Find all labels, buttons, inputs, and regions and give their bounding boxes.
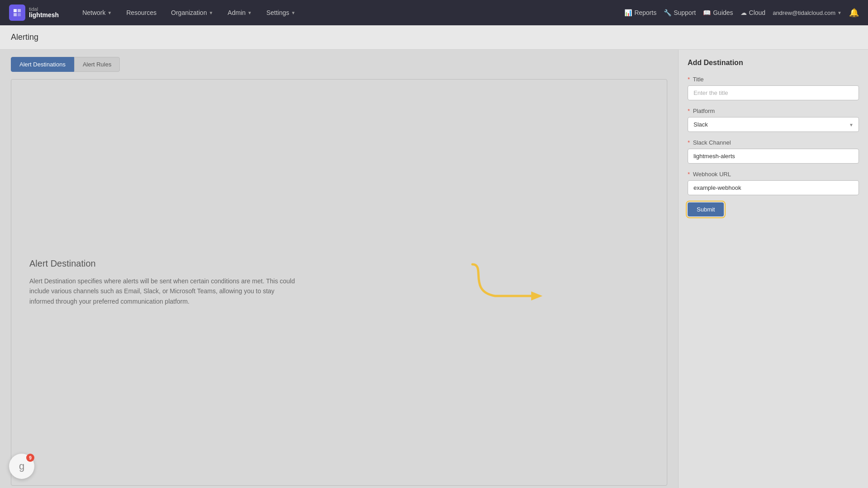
grunticon-letter: g: [19, 460, 24, 472]
svg-marker-4: [531, 291, 542, 300]
svg-rect-2: [14, 13, 17, 16]
main-layout: Alert Destinations Alert Rules Alert Des…: [0, 50, 868, 488]
nav-item-resources[interactable]: Resources: [120, 5, 163, 20]
svg-rect-1: [18, 9, 21, 12]
left-panel: Alert Destinations Alert Rules Alert Des…: [0, 50, 678, 488]
logo-text: tidal lightmesh: [29, 6, 59, 19]
bell-icon[interactable]: 🔔: [849, 8, 859, 18]
webhook-url-label: * Webhook URL: [688, 171, 859, 178]
logo-icon: [9, 5, 25, 21]
empty-state-title: Alert Destination: [29, 258, 301, 269]
arrow-annotation: [459, 255, 549, 311]
form-group-title: * Title: [688, 76, 859, 100]
form-group-platform: * Platform Slack Email Microsoft Teams: [688, 108, 859, 132]
title-label: * Title: [688, 76, 859, 83]
chart-icon: 📊: [624, 9, 632, 16]
svg-rect-3: [18, 13, 21, 16]
slack-channel-label: * Slack Channel: [688, 139, 859, 146]
form-group-slack-channel: * Slack Channel: [688, 139, 859, 164]
nav-guides[interactable]: 📖 Guides: [703, 9, 733, 16]
svg-rect-0: [14, 9, 17, 12]
nav-item-admin[interactable]: Admin ▼: [222, 5, 259, 20]
nav-item-organization[interactable]: Organization ▼: [165, 5, 219, 20]
chevron-down-icon: ▼: [209, 10, 213, 15]
grunticon-badge: 9: [26, 454, 34, 462]
nav-reports[interactable]: 📊 Reports: [624, 9, 656, 16]
empty-state: Alert Destination Alert Destination spec…: [29, 258, 301, 306]
page-header: Alerting: [0, 25, 868, 50]
nav-support[interactable]: 🔧 Support: [664, 9, 696, 16]
chevron-down-icon: ▼: [107, 10, 112, 15]
tab-alert-rules[interactable]: Alert Rules: [74, 57, 120, 72]
page-title: Alerting: [11, 33, 857, 42]
chevron-down-icon: ▼: [837, 10, 842, 15]
tab-alert-destinations[interactable]: Alert Destinations: [11, 57, 74, 72]
panel-title: Add Destination: [688, 59, 859, 67]
logo-lightmesh-label: lightmesh: [29, 12, 59, 19]
chevron-down-icon: ▼: [291, 10, 296, 15]
nav-cloud[interactable]: ☁ Cloud: [741, 9, 766, 16]
navbar: tidal lightmesh Network ▼ Resources Orga…: [0, 0, 868, 25]
user-email[interactable]: andrew@tidalcloud.com ▼: [773, 9, 842, 16]
platform-select[interactable]: Slack Email Microsoft Teams: [688, 117, 859, 132]
title-input[interactable]: [688, 85, 859, 100]
nav-right: 📊 Reports 🔧 Support 📖 Guides ☁ Cloud and…: [624, 8, 859, 18]
nav-item-settings[interactable]: Settings ▼: [260, 5, 302, 20]
nav-items: Network ▼ Resources Organization ▼ Admin…: [76, 5, 621, 20]
book-icon: 📖: [703, 9, 711, 16]
empty-state-description: Alert Destination specifies where alerts…: [29, 276, 301, 306]
platform-select-wrapper: Slack Email Microsoft Teams: [688, 117, 859, 132]
content-area: Alert Destination Alert Destination spec…: [11, 79, 667, 486]
grunticon-avatar[interactable]: g 9: [9, 454, 34, 479]
logo[interactable]: tidal lightmesh: [9, 5, 59, 21]
webhook-url-input[interactable]: [688, 180, 859, 195]
slack-channel-input[interactable]: [688, 149, 859, 164]
cloud-icon: ☁: [741, 9, 747, 16]
platform-label: * Platform: [688, 108, 859, 114]
tabs: Alert Destinations Alert Rules: [0, 50, 678, 72]
support-icon: 🔧: [664, 9, 671, 16]
form-group-webhook-url: * Webhook URL: [688, 171, 859, 195]
submit-button[interactable]: Submit: [688, 202, 724, 216]
right-panel: Add Destination * Title * Platform Slack…: [678, 50, 868, 488]
nav-item-network[interactable]: Network ▼: [76, 5, 118, 20]
chevron-down-icon: ▼: [247, 10, 252, 15]
